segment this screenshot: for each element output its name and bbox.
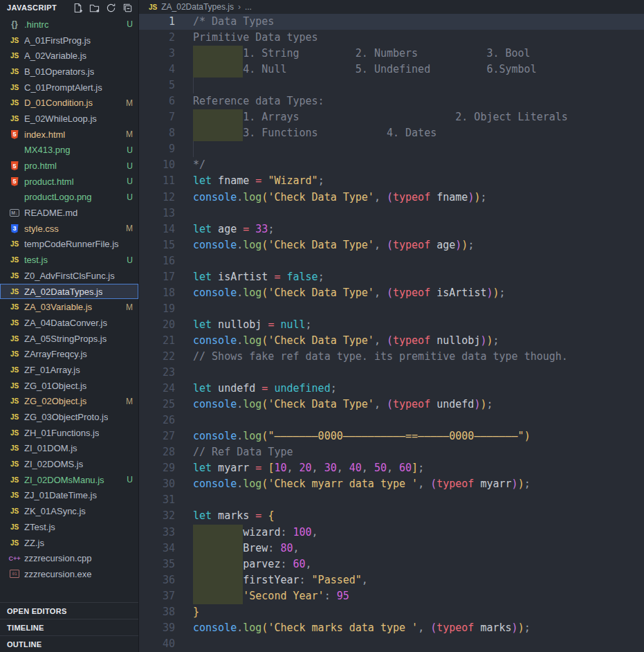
breadcrumb-filename[interactable]: ZA_02DataTypes.js <box>161 2 234 12</box>
code-line[interactable]: 83. Functions 4. Dates <box>139 125 644 141</box>
line-number[interactable]: 2 <box>139 30 175 46</box>
code-line[interactable]: 18console.log('Check Data Type', (typeof… <box>139 285 644 301</box>
code-line[interactable]: 71. Arrays 2. Object Literals <box>139 109 644 125</box>
line-number[interactable]: 25 <box>139 397 175 413</box>
file-row[interactable]: JStest.jsU <box>0 252 138 268</box>
line-number[interactable]: 15 <box>139 237 175 253</box>
code-line[interactable]: 13 <box>139 206 644 221</box>
code-line[interactable]: 14let age = 33; <box>139 221 644 237</box>
file-row[interactable]: 3style.cssM <box>0 221 138 237</box>
file-row[interactable]: JSZG_03ObjectProto.js <box>0 409 138 425</box>
code-line[interactable]: 24let undefd = undefined; <box>139 381 644 397</box>
line-number[interactable]: 18 <box>139 285 175 301</box>
file-row[interactable]: JSA_02Variable.js <box>0 48 138 64</box>
file-row[interactable]: JSZA_02DataTypes.js <box>0 284 138 300</box>
code-line[interactable]: 35parvez: 60, <box>139 556 644 572</box>
file-row[interactable]: JSZA_04DataConver.js <box>0 315 138 331</box>
file-row[interactable]: JSZI_02DOMsManu.jsU <box>0 472 138 488</box>
file-row[interactable]: JSZG_01Object.js <box>0 378 138 394</box>
code-line[interactable]: 38} <box>139 604 644 620</box>
code-line[interactable]: 17let isArtist = false; <box>139 269 644 285</box>
sidebar-section-open-editors[interactable]: OPEN EDITORS <box>0 602 138 619</box>
code-line[interactable]: 12console.log('Check Data Type', (typeof… <box>139 190 644 206</box>
code-line[interactable]: 40 <box>139 636 644 652</box>
line-number[interactable]: 5 <box>139 78 175 93</box>
code-line[interactable]: 10*/ <box>139 157 644 173</box>
file-row[interactable]: JSZI_01DOM.js <box>0 441 138 457</box>
file-row[interactable]: JSZTest.js <box>0 519 138 535</box>
line-number[interactable]: 10 <box>139 157 175 173</box>
breadcrumb-symbol[interactable]: ... <box>245 2 252 12</box>
breadcrumb[interactable]: JS ZA_02DataTypes.js › ... <box>139 0 644 14</box>
collapse-all-icon[interactable] <box>122 3 133 13</box>
file-row[interactable]: JSZG_02Object.jsM <box>0 394 138 410</box>
code-line[interactable]: 21console.log('Check Data Type', (typeof… <box>139 333 644 349</box>
file-row[interactable]: JSZArrayFreqcy.js <box>0 346 138 362</box>
code-line[interactable]: 19 <box>139 301 644 317</box>
code-line[interactable]: 26 <box>139 413 644 428</box>
code-line[interactable]: 33wizard: 100, <box>139 525 644 541</box>
line-number[interactable]: 26 <box>139 413 175 428</box>
line-number[interactable]: 16 <box>139 253 175 269</box>
file-row[interactable]: JSA_01FirstProg.js <box>0 33 138 48</box>
code-line[interactable]: 6Reference data Types: <box>139 93 644 109</box>
code-line[interactable]: 1/* Data Types <box>139 14 644 30</box>
code-line[interactable]: 29let myarr = [10, 20, 30, 40, 50, 60]; <box>139 460 644 476</box>
code-line[interactable]: 27console.log("———————0000——————————==——… <box>139 428 644 444</box>
line-number[interactable]: 23 <box>139 365 175 381</box>
file-row[interactable]: JStempCodeRunnerFile.js <box>0 237 138 253</box>
line-number[interactable]: 28 <box>139 444 175 460</box>
line-number[interactable]: 3 <box>139 46 175 62</box>
code-line[interactable]: 32let marks = { <box>139 508 644 524</box>
sidebar-section-timeline[interactable]: TIMELINE <box>0 619 138 635</box>
code-line[interactable]: 28// Ref Data Type <box>139 444 644 460</box>
line-number[interactable]: 6 <box>139 93 175 109</box>
line-number[interactable]: 8 <box>139 125 175 141</box>
code-line[interactable]: 34Brew: 80, <box>139 541 644 556</box>
file-row[interactable]: productLogo.pngU <box>0 190 138 206</box>
code-line[interactable]: 16 <box>139 253 644 269</box>
line-number[interactable]: 14 <box>139 221 175 237</box>
line-number[interactable]: 22 <box>139 349 175 365</box>
line-number[interactable]: 20 <box>139 317 175 333</box>
sidebar-section-outline[interactable]: OUTLINE <box>0 635 138 652</box>
line-number[interactable]: 32 <box>139 508 175 524</box>
file-row[interactable]: JSZ0_AdvFirstClsFunc.js <box>0 268 138 284</box>
file-row[interactable]: C++zzzrecursion.cpp <box>0 550 138 566</box>
file-row[interactable]: JSZF_01Array.js <box>0 362 138 378</box>
line-number[interactable]: 21 <box>139 333 175 349</box>
file-row[interactable]: JSZA_05StringProps.js <box>0 331 138 347</box>
explorer-section-header[interactable]: JAVASCRIPT <box>0 0 138 15</box>
code-line[interactable]: 39console.log('Check marks data type ', … <box>139 620 644 636</box>
file-row[interactable]: 5index.htmlM <box>0 127 138 143</box>
code-line[interactable]: 31 <box>139 492 644 508</box>
new-folder-icon[interactable] <box>89 3 100 13</box>
file-row[interactable]: JSZH_01Functions.js <box>0 425 138 441</box>
line-number[interactable]: 19 <box>139 301 175 317</box>
code-line[interactable]: 23 <box>139 365 644 381</box>
line-number[interactable]: 13 <box>139 206 175 221</box>
line-number[interactable]: 17 <box>139 269 175 285</box>
code-line[interactable]: 9 <box>139 141 644 157</box>
line-number[interactable]: 35 <box>139 556 175 572</box>
code-line[interactable]: 37'Second Year': 95 <box>139 588 644 604</box>
code-line[interactable]: 36firstYear: "Passed", <box>139 572 644 588</box>
code-line[interactable]: 11let fname = "Wizard"; <box>139 173 644 189</box>
code-line[interactable]: 22// Shows fake ref data type. its premi… <box>139 349 644 365</box>
line-number[interactable]: 7 <box>139 109 175 125</box>
file-row[interactable]: MX413.pngU <box>0 143 138 159</box>
line-number[interactable]: 12 <box>139 190 175 206</box>
line-number[interactable]: 40 <box>139 636 175 652</box>
code-line[interactable]: 31. String 2. Numbers 3. Bool <box>139 46 644 62</box>
line-number[interactable]: 31 <box>139 492 175 508</box>
line-number[interactable]: 1 <box>139 14 175 30</box>
file-row[interactable]: JSZK_01ASync.js <box>0 503 138 519</box>
line-number[interactable]: 27 <box>139 428 175 444</box>
file-row[interactable]: 5product.htmlU <box>0 174 138 190</box>
file-row[interactable]: JSD_01Condition.jsM <box>0 95 138 111</box>
file-row[interactable]: JSZZ.js <box>0 535 138 551</box>
file-row[interactable]: M↓README.md <box>0 205 138 221</box>
file-row[interactable]: JSZI_02DOMS.js <box>0 456 138 472</box>
line-number[interactable]: 38 <box>139 604 175 620</box>
code-editor[interactable]: 1/* Data Types2Primitive Data types31. S… <box>139 14 644 652</box>
